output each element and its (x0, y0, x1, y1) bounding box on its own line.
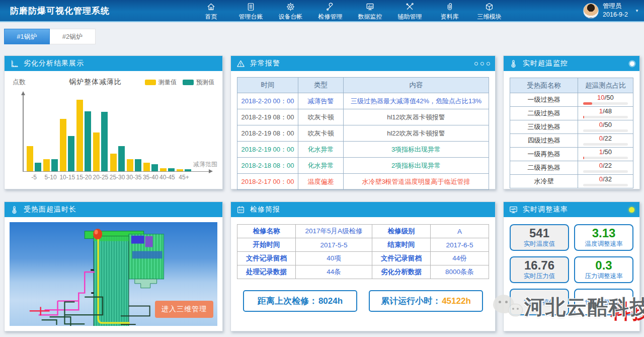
chart-bars: -55-1010-1515-2020-2525-3030-3535-4040-4… (27, 100, 191, 171)
bar-group: 20-25 (93, 112, 108, 171)
bar (27, 146, 33, 171)
bar (127, 159, 133, 171)
metric-card: 实时负荷值 (510, 289, 569, 315)
surface-name: 二级过热器 (510, 107, 578, 120)
bar (160, 168, 167, 171)
avatar (583, 3, 599, 19)
bar-group: 35-40 (143, 163, 158, 171)
metric-label: 温度调整速率 (585, 240, 623, 248)
metric-label: 压力调整速率 (585, 272, 623, 281)
tab-boiler2[interactable]: #2锅炉 (50, 29, 96, 44)
nav-item-repair[interactable]: 检修管理 (310, 1, 350, 21)
metric-card: 16.76实时压力值 (510, 256, 569, 283)
thermometer-icon (10, 205, 19, 215)
progress-track (583, 129, 628, 132)
bar (135, 159, 141, 171)
nav-item-equipment[interactable]: 设备台帐 (271, 1, 310, 21)
panel-degradation: 劣化分析结果展示 点数 锅炉整体减薄比 测量值预测值 -55-1010-1515… (4, 55, 223, 189)
surface-name: 一级再热器 (510, 148, 578, 161)
progress-track (583, 102, 628, 105)
panel-menu-dots[interactable] (474, 62, 490, 65)
bar (177, 169, 183, 171)
chart-legend: 测量值预测值 (145, 78, 214, 87)
metric-value: 16.76 (524, 259, 554, 272)
nav-item-ledger[interactable]: 管理台账 (231, 1, 271, 21)
tab-boiler1[interactable]: #1锅炉 (4, 29, 50, 44)
panel-repair-brief: 检修简报 检修名称2017年5月A级检修检修级别A开始时间2017-5-5结束时… (230, 201, 496, 331)
alarm-row: 2018-2-18 08：00化水异常2项指标出现异常 (237, 158, 489, 174)
overtemp-ratio: 0/22 (583, 135, 628, 142)
x-tick-label: 25-30 (110, 174, 125, 181)
x-tick-label: 40-45 (159, 174, 175, 181)
panel-title: 异常报警 (250, 59, 280, 68)
metric-label: 实时温度值 (524, 240, 555, 248)
x-tick-label: 15-20 (76, 174, 92, 181)
bar (51, 159, 58, 171)
overtemp-ratio: 0/22 (583, 162, 628, 169)
overtemp-row: 二级再热器 0/22 (510, 161, 633, 175)
alarm-row: 2018-2-20 00：00减薄告警三级过热器最大减薄值42%，危险点占比13… (237, 93, 489, 109)
bar (168, 168, 175, 171)
nav-item-assist[interactable]: 辅助管理 (390, 1, 430, 21)
metric-card: 541实时温度值 (510, 224, 569, 251)
repair-summary: 距离上次检修：8024h累计运行小时：45122h (243, 290, 483, 312)
bar-group: 15-20 (76, 100, 91, 171)
overtemp-ratio: 0/50 (583, 121, 628, 128)
legend-item: 预测值 (183, 78, 214, 87)
user-date: 2016-9-2 (603, 11, 628, 20)
chart-ylabel: 点数 (13, 78, 26, 87)
alarm-table: 时间类型内容 2018-2-20 00：00减薄告警三级过热器最大减薄值42%，… (237, 77, 489, 190)
panel-title: 劣化分析结果展示 (24, 59, 84, 68)
enter-3d-button[interactable]: 进入三维管理 (155, 301, 213, 318)
progress-track (583, 184, 628, 186)
gear-icon (285, 2, 296, 12)
overtemp-row: 二级过热器 1/48 (510, 107, 633, 120)
chevron-down-icon[interactable]: ▼ (635, 9, 639, 13)
overtemp-row: 一级再热器 1/50 (510, 148, 633, 161)
panel-title: 检修简报 (250, 205, 280, 214)
surface-name: 四级过热器 (510, 134, 578, 148)
panel-title: 实时超温监控 (523, 59, 568, 68)
bar (60, 119, 66, 171)
progress-track (583, 143, 628, 146)
nav-item-model3d[interactable]: 三维模块 (469, 1, 509, 21)
panel-overtemp: 实时超温监控 受热面名称超温测点占比 一级过热器 10/50 二级过热器 1/4… (503, 55, 640, 189)
overtemp-header-row: 受热面名称超温测点占比 (510, 78, 633, 93)
cube-icon (484, 2, 495, 12)
surface-name: 水冷壁 (510, 175, 578, 188)
ledger-icon (246, 2, 256, 12)
x-tick-label: 35-40 (143, 174, 158, 181)
progress-fill (583, 102, 592, 105)
overtemp-row: 水冷壁 0/32 (510, 175, 633, 188)
repair-row: 处理记录数据44条劣化分析数据8000条条 (237, 265, 489, 279)
x-tick-label: -5 (31, 174, 37, 181)
user-block[interactable]: 管理员 2016-9-2 ▼ (583, 2, 639, 20)
nav-item-monitor[interactable]: 数据监控 (350, 1, 390, 21)
nav-item-home[interactable]: 首页 (191, 1, 231, 21)
bar-group: 40-45 (160, 168, 175, 171)
overtemp-rows: 一级过热器 10/50 二级过热器 1/48 三级过热器 0/50 四级过热器 … (510, 93, 633, 188)
top-navbar: 防磨防爆可视化管理系统 首页管理台账设备台帐检修管理数据监控辅助管理资料库三维模… (0, 0, 644, 22)
progress-track (583, 170, 628, 173)
alarm-row: 2018-2-19 00：00化水异常3项指标出现异常 (237, 142, 489, 158)
surface-name: 一级过热器 (510, 93, 578, 107)
surface-name: 三级过热器 (510, 120, 578, 134)
bar (185, 169, 191, 171)
bar (43, 159, 50, 171)
calendar-icon (236, 205, 246, 215)
alarm-rows: 2018-2-20 00：00减薄告警三级过热器最大减薄值42%，危险点占比13… (237, 93, 489, 190)
progress-track (583, 116, 628, 118)
paperclip-icon (444, 2, 455, 12)
nav-item-library[interactable]: 资料库 (430, 1, 469, 21)
panel-alarm: 异常报警 时间类型内容 2018-2-20 00：00减薄告警三级过热器最大减薄… (230, 55, 496, 189)
bar-group: 30-35 (127, 159, 141, 171)
repair-rows: 检修名称2017年5月A级检修检修级别A开始时间2017-5-5结束时间2017… (237, 225, 489, 279)
summary-box: 距离上次检修：8024h (243, 290, 357, 312)
metric-label: 实时压力值 (524, 272, 555, 281)
dashboard-grid: 劣化分析结果展示 点数 锅炉整体减薄比 测量值预测值 -55-1010-1515… (0, 44, 644, 331)
bar-group: -5 (27, 146, 41, 171)
metric-label: 负荷调整速率 (585, 298, 623, 307)
user-name: 管理员 (603, 2, 628, 11)
metric-card: 负荷调整速率 (574, 289, 633, 315)
metric-cards: 541实时温度值3.13温度调整速率16.76实时压力值0.3压力调整速率实时负… (504, 217, 639, 322)
